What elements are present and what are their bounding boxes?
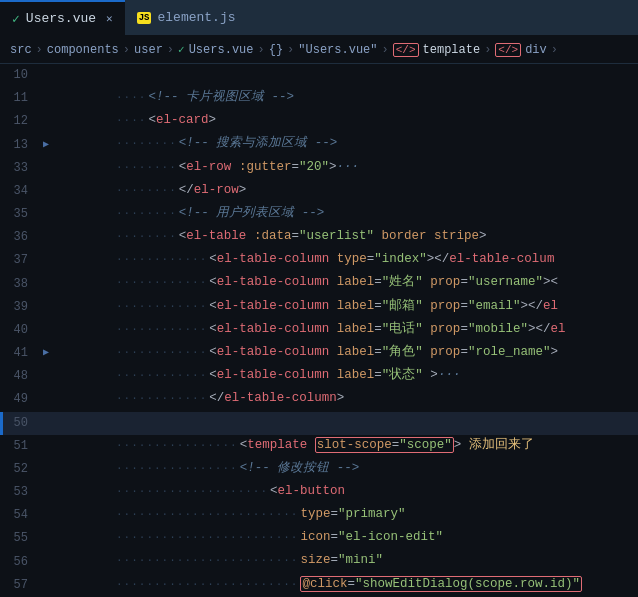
line-num-57: 57 (0, 574, 36, 596)
code-line-38: 38 ············<el-table-column label="邮… (0, 273, 638, 296)
line-num-10: 10 (0, 64, 36, 86)
line-num-52: 52 (0, 458, 36, 480)
tab-element-js[interactable]: JS element.js (125, 0, 248, 36)
line-num-51: 51 (0, 435, 36, 457)
breadcrumb-template-icon: </> (393, 43, 419, 57)
line-num-50: 50 (0, 412, 36, 434)
breadcrumb: src › components › user › ✓ Users.vue › … (0, 36, 638, 64)
tab-bar: ✓ Users.vue ✕ JS element.js (0, 0, 638, 36)
line-modified-indicator (0, 412, 3, 435)
line-num-55: 55 (0, 527, 36, 549)
code-line-40: 40 ············<el-table-column label="角… (0, 319, 638, 342)
breadcrumb-div-icon: </> (495, 43, 521, 57)
code-line-33: 33 ········</el-row> (0, 157, 638, 180)
code-line-48: 48 ············</el-table-column> (0, 365, 638, 388)
line-num-12: 12 (0, 110, 36, 132)
line-num-33: 33 (0, 157, 36, 179)
code-line-51: 51 ················<!-- 修改按钮 --> (0, 435, 638, 458)
breadcrumb-users-vue: Users.vue (189, 43, 254, 57)
line-num-49: 49 (0, 388, 36, 410)
breadcrumb-src: src (10, 43, 32, 57)
code-line-34: 34 ········<!-- 用户列表区域 --> (0, 180, 638, 203)
code-line-56: 56 ························@click="showE… (0, 551, 638, 574)
line-num-34: 34 (0, 180, 36, 202)
breadcrumb-vue-icon: ✓ (178, 43, 185, 56)
code-line-36: 36 ············<el-table-column type="in… (0, 226, 638, 249)
line-num-37: 37 (0, 249, 36, 271)
line-num-38: 38 (0, 273, 36, 295)
code-line-11: 11 ····<el-card> (0, 87, 638, 110)
line-num-13: 13 (0, 134, 36, 156)
line-num-56: 56 (0, 551, 36, 573)
code-line-49: 49 ············<el-table-column label="操… (0, 388, 638, 411)
code-line-37: 37 ············<el-table-column label="姓… (0, 249, 638, 272)
line-num-39: 39 (0, 296, 36, 318)
code-line-10: 10 ····<!-- 卡片视图区域 --> (0, 64, 638, 87)
breadcrumb-div: div (525, 43, 547, 57)
tab-close-users-vue[interactable]: ✕ (106, 12, 113, 25)
line-num-41: 41 (0, 342, 36, 364)
line-num-11: 11 (0, 87, 36, 109)
breadcrumb-users-vue-2: "Users.vue" (298, 43, 377, 57)
breadcrumb-template: template (423, 43, 481, 57)
line-num-35: 35 (0, 203, 36, 225)
tab-users-vue-label: Users.vue (26, 11, 96, 26)
code-line-41: 41 ▶ ············<el-table-column label=… (0, 342, 638, 365)
code-line-57: 57 ····················></el-button> (0, 574, 638, 597)
line-num-54: 54 (0, 504, 36, 526)
code-line-50: 50 ················<template slot-scope=… (0, 412, 638, 435)
code-line-55: 55 ························size="mini" (0, 527, 638, 550)
breadcrumb-braces: {} (269, 43, 283, 57)
line-num-48: 48 (0, 365, 36, 387)
line-num-53: 53 (0, 481, 36, 503)
tab-users-vue[interactable]: ✓ Users.vue ✕ (0, 0, 125, 36)
code-area: 10 ····<!-- 卡片视图区域 --> 11 ····<el-card> … (0, 64, 638, 597)
code-line-52: 52 ····················<el-button (0, 458, 638, 481)
code-line-54: 54 ························icon="el-icon… (0, 504, 638, 527)
editor: 10 ····<!-- 卡片视图区域 --> 11 ····<el-card> … (0, 64, 638, 597)
js-icon: JS (137, 12, 152, 24)
breadcrumb-user: user (134, 43, 163, 57)
code-line-12: 12 ········<!-- 搜索与添加区域 --> (0, 110, 638, 133)
vue-icon: ✓ (12, 11, 20, 27)
code-line-35: 35 ········<el-table :data="userlist" bo… (0, 203, 638, 226)
line-content-57: ····················></el-button> (56, 574, 638, 597)
breadcrumb-components: components (47, 43, 119, 57)
code-line-39: 39 ············<el-table-column label="电… (0, 296, 638, 319)
code-line-13: 13 ▶ ········<el-row :gutter="20">··· (0, 134, 638, 157)
tab-element-js-label: element.js (157, 10, 235, 25)
line-num-40: 40 (0, 319, 36, 341)
code-line-53: 53 ························type="primary… (0, 481, 638, 504)
line-num-36: 36 (0, 226, 36, 248)
